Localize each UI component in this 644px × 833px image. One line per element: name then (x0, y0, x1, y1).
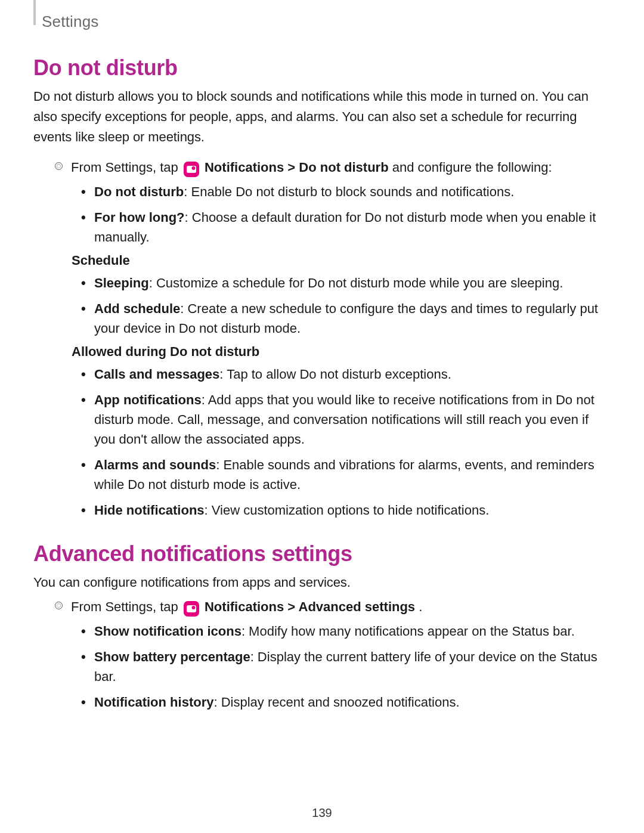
subheading-allowed: Allowed during Do not disturb (72, 344, 608, 360)
term: Show notification icons (94, 624, 242, 639)
instruction-post: and configure the following: (392, 160, 552, 175)
subheading-schedule: Schedule (72, 253, 608, 268)
list-item: Add schedule: Create a new schedule to c… (81, 299, 608, 338)
circle-bullet-icon (55, 162, 63, 170)
desc: : Tap to allow Do not disturb exceptions… (219, 367, 451, 382)
list-schedule: Sleeping: Customize a schedule for Do no… (81, 273, 608, 338)
instruction-post: . (419, 599, 422, 614)
instruction-dnd: From Settings, tap Notifications > Do no… (55, 158, 608, 177)
term: For how long? (94, 210, 185, 225)
instruction-sep: > (287, 599, 298, 614)
page-number: 139 (0, 806, 644, 820)
circle-bullet-icon (55, 602, 63, 609)
heading-advanced: Advanced notifications settings (33, 541, 608, 566)
instruction-bold-2: Do not disturb (299, 160, 388, 175)
term: Hide notifications (94, 503, 205, 518)
header: Settings (33, 11, 608, 30)
instruction-pre: From Settings, tap (71, 160, 182, 175)
term: App notifications (94, 392, 202, 407)
notifications-icon (184, 162, 199, 177)
list-item: Hide notifications: View customization o… (81, 500, 608, 520)
header-tick (33, 0, 36, 25)
term: Show battery percentage (94, 649, 250, 664)
desc: : Enable Do not disturb to block sounds … (184, 184, 514, 199)
list-item: Notification history: Display recent and… (81, 692, 608, 712)
instruction-text: From Settings, tap Notifications > Advan… (71, 597, 422, 617)
term: Do not disturb (94, 184, 184, 199)
term: Sleeping (94, 275, 149, 290)
breadcrumb: Settings (42, 13, 99, 30)
term: Add schedule (94, 301, 180, 316)
svg-point-3 (191, 606, 195, 609)
list-allowed: Calls and messages: Tap to allow Do not … (81, 364, 608, 520)
list-dnd-top: Do not disturb: Enable Do not disturb to… (81, 182, 608, 247)
heading-do-not-disturb: Do not disturb (33, 55, 608, 80)
intro-do-not-disturb: Do not disturb allows you to block sound… (33, 86, 608, 147)
instruction-bold-2: Advanced settings (299, 599, 416, 614)
instruction-sep: > (287, 160, 299, 175)
list-item: Show notification icons: Modify how many… (81, 621, 608, 641)
desc: : Modify how many notifications appear o… (242, 624, 575, 639)
document-page: Settings Do not disturb Do not disturb a… (0, 0, 644, 833)
instruction-text: From Settings, tap Notifications > Do no… (71, 158, 552, 177)
list-advanced: Show notification icons: Modify how many… (81, 621, 608, 712)
term: Calls and messages (94, 367, 219, 382)
desc: : Customize a schedule for Do not distur… (149, 275, 564, 290)
list-item: Alarms and sounds: Enable sounds and vib… (81, 455, 608, 494)
list-item: Sleeping: Customize a schedule for Do no… (81, 273, 608, 293)
svg-point-1 (191, 166, 195, 170)
term: Alarms and sounds (94, 457, 216, 472)
notifications-icon (184, 601, 199, 617)
intro-advanced: You can configure notifications from app… (33, 572, 608, 593)
desc: : View customization options to hide not… (205, 503, 490, 518)
list-item: Do not disturb: Enable Do not disturb to… (81, 182, 608, 202)
instruction-bold-1: Notifications (205, 160, 284, 175)
instruction-pre: From Settings, tap (71, 599, 182, 614)
list-item: Calls and messages: Tap to allow Do not … (81, 364, 608, 384)
instruction-advanced: From Settings, tap Notifications > Advan… (55, 597, 608, 617)
list-item: Show battery percentage: Display the cur… (81, 647, 608, 686)
term: Notification history (94, 695, 213, 710)
list-item: App notifications: Add apps that you wou… (81, 390, 608, 449)
desc: : Display recent and snoozed notificatio… (213, 695, 459, 710)
list-item: For how long?: Choose a default duration… (81, 208, 608, 247)
instruction-bold-1: Notifications (205, 599, 284, 614)
